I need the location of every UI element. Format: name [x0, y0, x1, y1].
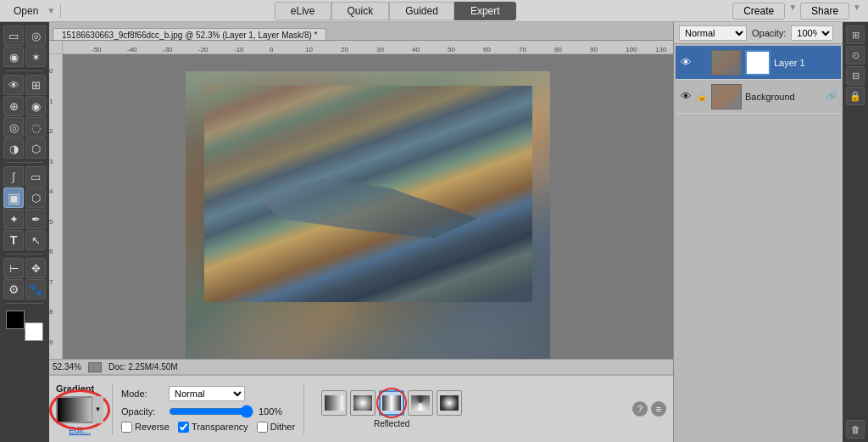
layer-row-layer1[interactable]: 👁 Layer 1	[676, 46, 841, 80]
red-eye-tool[interactable]: ◎	[3, 117, 24, 137]
diamond-gradient-button[interactable]	[437, 390, 462, 416]
canvas-tab[interactable]: 15186630663_9cf8f66dcc_b.jpg @ 52.3% (La…	[53, 28, 326, 40]
canvas-scroll-area[interactable]	[63, 54, 673, 359]
tool-row-6: ◑ ⬡	[3, 138, 46, 159]
status-bar: 52.34% Doc: 2.25M/4.50M	[49, 359, 673, 374]
ruler-left-tick-6: 6	[49, 248, 62, 255]
menu-button[interactable]: ≡	[651, 401, 666, 417]
background-color-swatch[interactable]	[25, 322, 43, 341]
create-button[interactable]: Create	[732, 3, 785, 20]
tab-guided[interactable]: Guided	[389, 2, 454, 20]
dither-checkbox[interactable]	[257, 422, 268, 433]
right-btn-3[interactable]: ⊟	[846, 66, 865, 85]
ruler-left-tick-3: 3	[49, 158, 62, 165]
opacity-select-right[interactable]: 100% 75% 50%	[791, 25, 833, 41]
menu-open[interactable]: Open	[7, 3, 45, 19]
type-tool[interactable]: T	[3, 230, 24, 250]
tab-quick[interactable]: Quick	[331, 2, 390, 20]
help-button[interactable]: ?	[632, 401, 648, 417]
gradient-preview-wrapper-inner: ▼	[56, 396, 103, 423]
sponge-tool[interactable]: ⬡	[25, 138, 46, 159]
gradient-tool[interactable]: ▣	[3, 187, 24, 208]
extra-tool[interactable]: 🐾	[25, 279, 46, 299]
path-select-tool[interactable]: ↖	[25, 230, 46, 250]
right-btn-trash[interactable]: 🗑	[846, 420, 865, 439]
ruler-tool-btn[interactable]: ⊢	[3, 258, 24, 278]
quick-select-tool[interactable]: ◉	[3, 47, 24, 67]
mode-tabs-container: eLive Quick Guided Expert	[66, 2, 724, 20]
progress-indicator[interactable]	[88, 362, 102, 372]
reverse-checkbox[interactable]	[121, 422, 132, 433]
mode-opacity-section: Mode: Normal Dissolve Multiply Screen Op…	[121, 386, 295, 433]
dodge-tool[interactable]: ◑	[3, 138, 24, 159]
radial-gradient-button[interactable]	[350, 390, 376, 416]
bottom-options-bar: Gradient ▼ Edit... Mode: Normal	[49, 374, 673, 442]
custom-shape-tool[interactable]: ✦	[3, 209, 24, 229]
zoom-tool[interactable]: ⚙	[3, 279, 24, 299]
ruler-tick-20: 20	[341, 46, 348, 53]
foreground-color-swatch[interactable]	[6, 311, 25, 329]
transparency-checkbox[interactable]	[178, 422, 189, 433]
ruler-tick-n50: -50	[92, 46, 102, 53]
right-small-toolbar: ⊞ ⊙ ⊟ 🔒 🗑	[843, 22, 868, 442]
canvas-image-inner	[186, 71, 550, 359]
reverse-checkbox-container[interactable]: Reverse	[121, 422, 170, 433]
ruler-top-inner: -50 -40 -30 -20 -10 0 10 20 30 40 50 60 …	[63, 41, 673, 53]
brush-tool[interactable]: ∫	[3, 166, 24, 187]
menu-bar: Open ▼ eLive Quick Guided Expert Create …	[0, 0, 868, 22]
clone-tool[interactable]: ◉	[25, 96, 46, 116]
transparency-checkbox-container[interactable]: Transparency	[178, 422, 248, 433]
dither-checkbox-container[interactable]: Dither	[257, 422, 295, 433]
tab-expert[interactable]: Expert	[454, 2, 516, 20]
right-btn-2[interactable]: ⊙	[846, 46, 865, 64]
paint-bucket-tool[interactable]: ⬡	[25, 187, 46, 208]
linear-gradient-button[interactable]	[321, 390, 347, 416]
tool-row-5: ◎ ◌	[3, 117, 46, 137]
lasso-tool[interactable]: ◎	[25, 25, 46, 46]
pen-tool[interactable]: ✒	[25, 209, 46, 229]
magic-wand-tool[interactable]: ✶	[25, 47, 46, 67]
tool-row-9: ✦ ✒	[3, 209, 46, 229]
ruler-left-tick-5: 5	[49, 218, 62, 226]
ruler-left-tick-7: 7	[49, 278, 62, 286]
layers-list: 👁 Layer 1 👁 🔒 Background 🔗	[674, 44, 843, 442]
reverse-label: Reverse	[135, 422, 170, 432]
dither-label: Dither	[270, 422, 295, 432]
ruler-tick-60: 60	[483, 46, 491, 53]
right-btn-1[interactable]: ⊞	[846, 25, 865, 44]
ruler-tick-70: 70	[519, 46, 526, 53]
tool-row-10: T ↖	[3, 230, 46, 250]
background-lock-icon: 🔒	[696, 92, 708, 101]
opacity-label: Opacity:	[121, 406, 164, 417]
reflected-gradient-button[interactable]	[379, 390, 404, 416]
marquee-tool[interactable]: ▭	[3, 25, 24, 46]
layer1-visibility-icon[interactable]: 👁	[679, 56, 693, 70]
spot-heal-tool[interactable]: ⊕	[3, 96, 24, 116]
blur-tool[interactable]: ◌	[25, 117, 46, 137]
layer1-name: Layer 1	[774, 58, 837, 68]
eye-tool[interactable]: 👁	[3, 75, 24, 95]
share-button[interactable]: Share	[800, 3, 849, 20]
gradient-preview-container: ▼	[56, 396, 103, 423]
edit-gradient-button[interactable]: Edit...	[56, 426, 103, 435]
background-icon-btn[interactable]: 🔗	[826, 91, 837, 102]
right-btn-4[interactable]: 🔒	[846, 87, 865, 105]
gradient-dropdown-button[interactable]: ▼	[92, 396, 103, 423]
blend-mode-select[interactable]: Normal Multiply Screen	[679, 25, 747, 41]
mode-select[interactable]: Normal Dissolve Multiply Screen	[169, 386, 245, 401]
toolbar-separator-4	[6, 303, 43, 304]
menu-separator-1	[60, 4, 61, 18]
mode-row: Mode: Normal Dissolve Multiply Screen	[121, 386, 295, 401]
crop-tool[interactable]: ⊞	[25, 75, 46, 95]
opacity-slider[interactable]	[169, 405, 253, 418]
background-visibility-icon[interactable]: 👁	[679, 90, 693, 104]
canvas-tab-bar: 15186630663_9cf8f66dcc_b.jpg @ 52.3% (La…	[49, 22, 673, 41]
tab-elive[interactable]: eLive	[275, 2, 331, 20]
color-swatches[interactable]	[6, 311, 43, 341]
ruler-tick-n10: -10	[234, 46, 244, 53]
transparency-label: Transparency	[192, 422, 248, 432]
angle-gradient-button[interactable]	[408, 390, 433, 416]
eraser-tool[interactable]: ▭	[25, 166, 46, 187]
hand-tool[interactable]: ✥	[25, 258, 46, 278]
layer-row-background[interactable]: 👁 🔒 Background 🔗	[676, 80, 841, 114]
